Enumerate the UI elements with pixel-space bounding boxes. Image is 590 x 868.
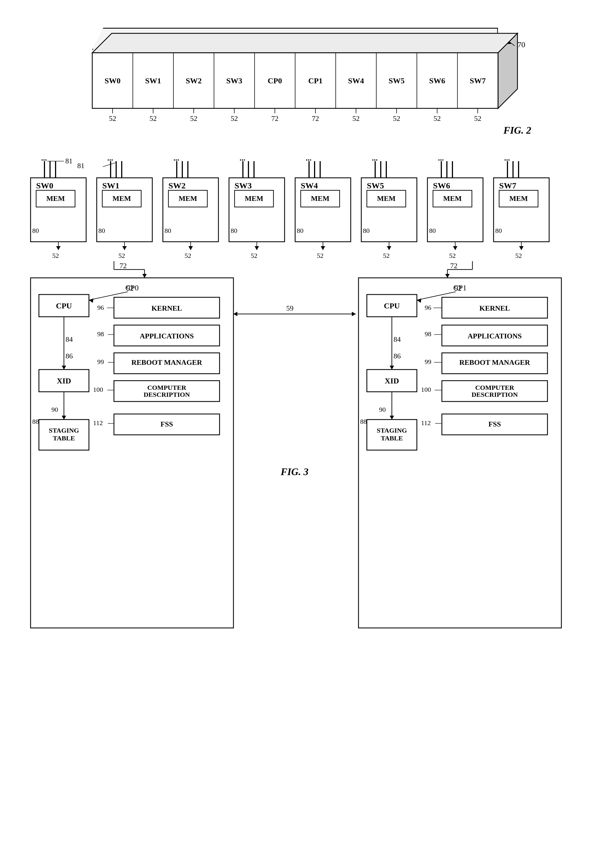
svg-text:REBOOT MANAGER: REBOOT MANAGER — [132, 359, 202, 366]
svg-text:SW6: SW6 — [433, 181, 450, 190]
svg-text:COMPUTER: COMPUTER — [475, 384, 515, 391]
svg-text:SW6: SW6 — [429, 77, 445, 85]
svg-text:SW4: SW4 — [348, 77, 364, 85]
svg-text:CPU: CPU — [384, 301, 400, 310]
svg-text:59: 59 — [286, 304, 293, 312]
svg-text:72: 72 — [271, 114, 278, 122]
fig2-label: FIG. 2 — [59, 124, 531, 136]
svg-text:80: 80 — [363, 227, 370, 234]
svg-text:80: 80 — [98, 227, 105, 234]
svg-text:80: 80 — [164, 227, 171, 234]
svg-text:...: ... — [504, 158, 510, 162]
svg-text:TABLE: TABLE — [53, 434, 75, 442]
svg-text:MEM: MEM — [112, 195, 131, 202]
svg-marker-131 — [254, 246, 259, 250]
svg-text:52: 52 — [118, 252, 125, 259]
svg-text:84: 84 — [66, 335, 73, 343]
svg-text:MEM: MEM — [311, 195, 329, 202]
svg-text:...: ... — [240, 158, 245, 162]
svg-text:98: 98 — [424, 331, 431, 338]
svg-text:88: 88 — [32, 418, 39, 425]
svg-marker-0 — [92, 33, 518, 53]
svg-marker-122 — [56, 246, 61, 250]
svg-text:XID: XID — [384, 376, 399, 385]
svg-text:MEM: MEM — [179, 195, 197, 202]
svg-marker-128 — [188, 246, 193, 250]
svg-marker-140 — [453, 246, 457, 250]
svg-text:99: 99 — [424, 358, 431, 365]
svg-text:...: ... — [306, 158, 312, 162]
svg-text:DESCRIPTION: DESCRIPTION — [144, 391, 190, 398]
svg-text:SW0: SW0 — [105, 77, 121, 85]
svg-text:COMPUTER: COMPUTER — [147, 384, 186, 391]
svg-text:CPU: CPU — [56, 301, 72, 310]
svg-text:...: ... — [173, 158, 179, 162]
svg-text:CP1: CP1 — [308, 77, 322, 85]
svg-text:52: 52 — [474, 114, 481, 122]
chassis-3d-drawing: SW0 SW1 SW2 SW3 CP0 CP1 SW4 SW5 SW6 SW7 — [59, 28, 531, 122]
svg-marker-153 — [445, 274, 450, 278]
svg-text:FIG. 3: FIG. 3 — [280, 466, 309, 477]
svg-text:CP0: CP0 — [268, 77, 282, 85]
svg-text:STAGING: STAGING — [49, 427, 79, 434]
svg-text:SW3: SW3 — [226, 77, 243, 85]
svg-text:90: 90 — [379, 406, 386, 413]
svg-marker-125 — [122, 246, 127, 250]
svg-text:112: 112 — [421, 419, 431, 427]
svg-text:SW3: SW3 — [235, 181, 252, 190]
svg-text:92: 92 — [126, 284, 134, 292]
svg-text:70: 70 — [518, 40, 525, 49]
svg-text:XID: XID — [57, 376, 71, 385]
svg-text:52: 52 — [109, 114, 116, 122]
svg-text:APPLICATIONS: APPLICATIONS — [468, 332, 522, 340]
svg-text:SW5: SW5 — [389, 77, 405, 85]
svg-text:REBOOT MANAGER: REBOOT MANAGER — [459, 359, 530, 366]
svg-text:SW2: SW2 — [169, 181, 186, 190]
fig3-section: ... 81 SW0 MEM 80 ... 81 SW1 MEM 80 — [22, 158, 568, 868]
svg-text:80: 80 — [231, 227, 237, 234]
svg-text:MEM: MEM — [509, 195, 528, 202]
svg-text:52: 52 — [515, 252, 522, 259]
svg-text:52: 52 — [352, 114, 359, 122]
svg-text:SW0: SW0 — [36, 181, 53, 190]
svg-marker-148 — [142, 274, 147, 278]
svg-text:52: 52 — [433, 114, 441, 122]
svg-text:SW2: SW2 — [186, 77, 202, 85]
svg-text:MEM: MEM — [377, 195, 395, 202]
svg-text:86: 86 — [393, 352, 401, 360]
svg-text:52: 52 — [185, 252, 191, 259]
svg-text:APPLICATIONS: APPLICATIONS — [140, 332, 194, 340]
svg-text:80: 80 — [32, 227, 39, 234]
svg-text:52: 52 — [393, 114, 400, 122]
svg-text:84: 84 — [393, 335, 401, 343]
svg-text:72: 72 — [450, 262, 457, 270]
svg-text:52: 52 — [190, 114, 197, 122]
svg-text:100: 100 — [421, 386, 431, 393]
svg-text:52: 52 — [251, 252, 257, 259]
svg-text:80: 80 — [495, 227, 502, 234]
svg-text:80: 80 — [429, 227, 436, 234]
svg-text:STAGING: STAGING — [377, 427, 407, 434]
svg-text:72: 72 — [120, 262, 127, 270]
svg-text:98: 98 — [97, 331, 104, 338]
svg-text:52: 52 — [383, 252, 390, 259]
svg-marker-134 — [321, 246, 325, 250]
svg-text:MEM: MEM — [46, 195, 65, 202]
svg-text:...: ... — [372, 158, 378, 162]
svg-marker-157 — [352, 312, 356, 316]
svg-text:FSS: FSS — [489, 420, 501, 428]
svg-text:...: ... — [107, 158, 113, 162]
svg-text:SW7: SW7 — [499, 181, 516, 190]
svg-text:MEM: MEM — [443, 195, 461, 202]
svg-text:...: ... — [41, 158, 47, 162]
svg-text:KERNEL: KERNEL — [151, 304, 182, 312]
svg-text:86: 86 — [66, 352, 73, 360]
svg-text:81: 81 — [77, 162, 84, 170]
svg-text:FSS: FSS — [161, 420, 173, 428]
svg-text:TABLE: TABLE — [381, 434, 403, 442]
svg-text:112: 112 — [93, 419, 103, 427]
svg-text:DESCRIPTION: DESCRIPTION — [472, 391, 518, 398]
svg-text:SW1: SW1 — [145, 77, 161, 85]
svg-text:80: 80 — [297, 227, 303, 234]
fig3-svg: ... 81 SW0 MEM 80 ... 81 SW1 MEM 80 — [22, 158, 578, 868]
